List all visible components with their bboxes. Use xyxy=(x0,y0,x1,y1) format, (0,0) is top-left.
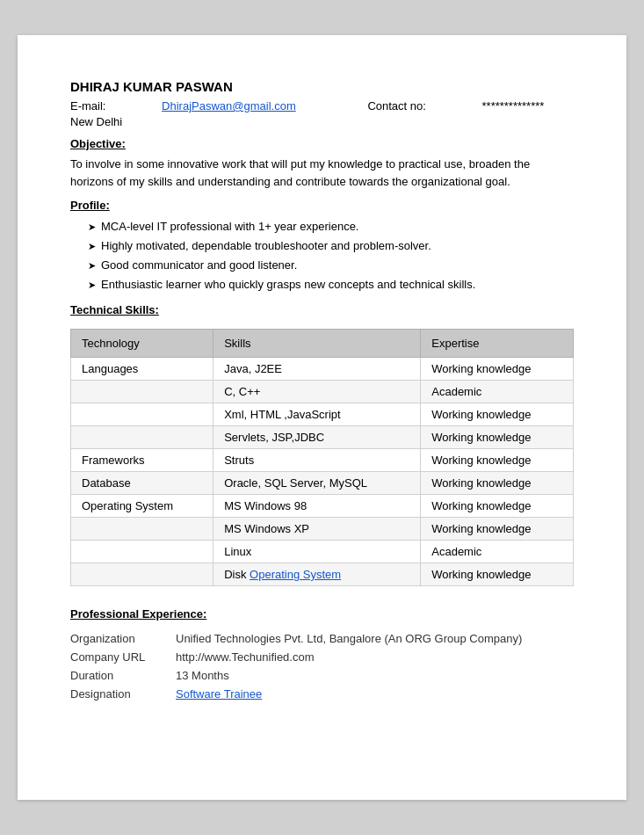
url-label: Company URL xyxy=(70,648,176,666)
list-item: MCA-level IT professional with 1+ year e… xyxy=(88,217,574,236)
table-row: MS Windows XP Working knowledge xyxy=(71,518,574,541)
cell-expertise: Working knowledge xyxy=(421,426,574,449)
designation-value: Software Trainee xyxy=(176,685,522,703)
cell-expertise: Academic xyxy=(421,541,574,563)
email-label: E-mail: xyxy=(70,99,105,113)
disk-os-link[interactable]: Operating System xyxy=(250,568,341,581)
cell-skills: Oracle, SQL Server, MySQL xyxy=(213,472,421,495)
cell-technology: Operating System xyxy=(71,495,213,518)
cell-skills: MS Windows XP xyxy=(213,518,421,541)
professional-experience-heading: Professional Experience: xyxy=(70,607,574,621)
col-expertise: Expertise xyxy=(421,330,574,358)
list-item: Good communicator and good listener. xyxy=(88,256,574,275)
cell-expertise: Working knowledge xyxy=(421,495,574,518)
table-row: C, C++ Academic xyxy=(71,381,574,403)
cell-expertise: Working knowledge xyxy=(421,403,574,426)
cell-skills: Struts xyxy=(213,449,421,472)
contact-label: Contact no: xyxy=(367,99,426,113)
designation-link[interactable]: Software Trainee xyxy=(176,687,262,701)
city: New Delhi xyxy=(70,115,574,128)
cell-skills: C, C++ xyxy=(213,381,421,403)
cell-skills: Servlets, JSP,JDBC xyxy=(213,426,421,449)
cell-expertise: Working knowledge xyxy=(421,518,574,541)
profile-list: MCA-level IT professional with 1+ year e… xyxy=(88,217,574,294)
table-row: Database Oracle, SQL Server, MySQL Worki… xyxy=(71,472,574,495)
duration-value: 13 Months xyxy=(176,666,522,685)
exp-url-row: Company URL http://www.Techunified.com xyxy=(70,648,522,666)
cell-expertise: Academic xyxy=(421,381,574,403)
cell-expertise: Working knowledge xyxy=(421,563,574,586)
skills-table: Technology Skills Expertise Languages Ja… xyxy=(70,329,574,586)
table-row: Disk Operating System Working knowledge xyxy=(71,563,574,586)
list-item: Highly motivated, dependable troubleshoo… xyxy=(88,236,574,256)
cell-skills: Disk Operating System xyxy=(213,563,421,586)
exp-duration-row: Duration 13 Months xyxy=(70,666,522,685)
org-value: Unified Technologies Pvt. Ltd, Bangalore… xyxy=(176,629,522,648)
cell-skills: Xml, HTML ,JavaScript xyxy=(213,403,421,426)
list-item: Enthusiastic learner who quickly grasps … xyxy=(88,275,574,294)
cell-technology xyxy=(71,541,213,563)
cell-technology xyxy=(71,403,213,426)
col-skills: Skills xyxy=(213,330,421,358)
table-row: Operating System MS Windows 98 Working k… xyxy=(71,495,574,518)
technical-skills-heading: Technical Skills: xyxy=(70,303,574,316)
cell-skills: Linux xyxy=(213,541,421,563)
cell-skills: MS Windows 98 xyxy=(213,495,421,518)
objective-text: To involve in some innovative work that … xyxy=(70,156,574,190)
cell-expertise: Working knowledge xyxy=(421,358,574,381)
table-row: Languages Java, J2EE Working knowledge xyxy=(71,358,574,381)
contact-row: E-mail: DhirajPaswan@gmail.com Contact n… xyxy=(70,99,574,113)
designation-label: Designation xyxy=(70,685,176,703)
cell-expertise: Working knowledge xyxy=(421,449,574,472)
cell-skills: Java, J2EE xyxy=(213,358,421,381)
experience-table: Organization Unified Technologies Pvt. L… xyxy=(70,629,522,703)
email-link[interactable]: DhirajPaswan@gmail.com xyxy=(162,99,296,113)
cell-technology: Languages xyxy=(71,358,213,381)
cell-technology: Database xyxy=(71,472,213,495)
url-value: http://www.Techunified.com xyxy=(176,648,522,666)
cell-technology xyxy=(71,518,213,541)
candidate-name: DHIRAJ KUMAR PASWAN xyxy=(70,79,574,94)
objective-heading: Objective: xyxy=(70,137,574,150)
col-technology: Technology xyxy=(71,330,213,358)
profile-heading: Profile: xyxy=(70,199,574,212)
table-row: Linux Academic xyxy=(71,541,574,563)
table-row: Frameworks Struts Working knowledge xyxy=(71,449,574,472)
table-header-row: Technology Skills Expertise xyxy=(71,330,574,358)
cell-technology xyxy=(71,563,213,586)
cell-technology: Frameworks xyxy=(71,449,213,472)
cell-expertise: Working knowledge xyxy=(421,472,574,495)
resume-page: DHIRAJ KUMAR PASWAN E-mail: DhirajPaswan… xyxy=(18,35,626,800)
exp-org-row: Organization Unified Technologies Pvt. L… xyxy=(70,629,522,648)
table-row: Xml, HTML ,JavaScript Working knowledge xyxy=(71,403,574,426)
duration-label: Duration xyxy=(70,666,176,685)
org-label: Organization xyxy=(70,629,176,648)
exp-designation-row: Designation Software Trainee xyxy=(70,685,522,703)
cell-technology xyxy=(71,426,213,449)
cell-technology xyxy=(71,381,213,403)
contact-number: ************** xyxy=(482,99,545,113)
table-row: Servlets, JSP,JDBC Working knowledge xyxy=(71,426,574,449)
